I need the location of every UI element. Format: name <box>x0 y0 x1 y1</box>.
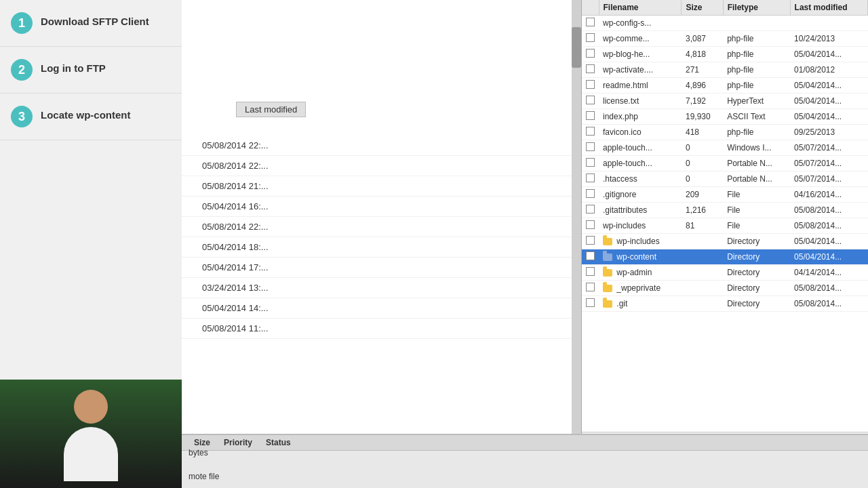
row-checkbox[interactable] <box>582 140 599 156</box>
row-filename[interactable]: .gitignore <box>599 187 682 203</box>
checkbox-icon[interactable] <box>586 33 595 42</box>
row-filename[interactable]: license.txt <box>599 94 682 109</box>
step-1: 1 Download SFTP Client <box>0 0 182 47</box>
checkbox-icon[interactable] <box>586 80 595 89</box>
checkbox-icon[interactable] <box>586 205 595 214</box>
step-3: 3 Locate wp-content <box>0 94 182 140</box>
row-filename[interactable]: wp-admin <box>599 265 682 281</box>
checkbox-icon[interactable] <box>586 174 595 182</box>
row-checkbox[interactable] <box>582 109 599 125</box>
row-checkbox[interactable] <box>582 218 599 234</box>
remote-pane[interactable]: Filename Size Filetype Last modified wp-… <box>582 0 868 434</box>
row-checkbox[interactable] <box>582 171 599 187</box>
checkbox-icon[interactable] <box>586 298 595 307</box>
table-row[interactable]: wp-activate.... 271 php-file 01/08/2012 <box>582 62 868 78</box>
table-row[interactable]: wp-includes 81 File 05/08/2014... <box>582 218 868 234</box>
checkbox-icon[interactable] <box>586 236 595 245</box>
checkbox-icon[interactable] <box>586 267 595 276</box>
row-filename[interactable]: favicon.ico <box>599 125 682 140</box>
row-checkbox[interactable] <box>582 234 599 249</box>
col-filetype[interactable]: Filetype <box>723 0 790 16</box>
row-checkbox[interactable] <box>582 156 599 171</box>
file-table: Filename Size Filetype Last modified wp-… <box>582 0 868 312</box>
table-row[interactable]: apple-touch... 0 Windows I... 05/07/2014… <box>582 140 868 156</box>
row-filename[interactable]: wp-comme... <box>599 31 682 47</box>
row-filetype: Directory <box>723 265 790 281</box>
row-filename[interactable]: wp-includes <box>599 234 682 249</box>
checkbox-icon[interactable] <box>586 96 595 104</box>
row-filename[interactable]: wp-includes <box>599 218 682 234</box>
col-filename[interactable]: Filename <box>599 0 682 16</box>
table-row[interactable]: wp-comme... 3,087 php-file 10/24/2013 <box>582 31 868 47</box>
row-checkbox[interactable] <box>582 78 599 94</box>
table-row[interactable]: apple-touch... 0 Portable N... 05/07/201… <box>582 156 868 171</box>
table-row[interactable]: .htaccess 0 Portable N... 05/07/2014... <box>582 171 868 187</box>
row-filename[interactable]: wp-content <box>599 249 682 265</box>
checkbox-icon[interactable] <box>586 18 595 26</box>
row-filename[interactable]: .htaccess <box>599 171 682 187</box>
table-row[interactable]: favicon.ico 418 php-file 09/25/2013 <box>582 125 868 140</box>
table-row[interactable]: wp-content Directory 05/04/2014... <box>582 249 868 265</box>
col-modified[interactable]: Last modified <box>790 0 867 16</box>
row-modified: 05/04/2014... <box>790 249 867 265</box>
last-modified-header: Last modified <box>236 102 306 117</box>
checkbox-icon[interactable] <box>586 49 595 58</box>
table-row[interactable]: wp-blog-he... 4,818 php-file 05/04/2014.… <box>582 47 868 62</box>
table-row[interactable]: .gitattributes 1,216 File 05/08/2014... <box>582 203 868 218</box>
table-row[interactable]: readme.html 4,896 php-file 05/04/2014... <box>582 78 868 94</box>
row-checkbox[interactable] <box>582 296 599 312</box>
row-checkbox[interactable] <box>582 249 599 265</box>
date-list: 05/08/2014 22:... 05/08/2014 22:... 05/0… <box>182 136 582 339</box>
checkbox-icon[interactable] <box>586 220 595 229</box>
row-filetype: Directory <box>723 249 790 265</box>
col-size[interactable]: Size <box>682 0 723 16</box>
table-row[interactable]: _wpeprivate Directory 05/08/2014... <box>582 281 868 296</box>
row-filename[interactable]: .git <box>599 296 682 312</box>
checkbox-icon[interactable] <box>586 251 595 260</box>
transfer-col-status: Status <box>259 438 298 447</box>
row-filename[interactable]: wp-config-s... <box>599 16 682 31</box>
row-filename[interactable]: index.php <box>599 109 682 125</box>
row-filename[interactable]: apple-touch... <box>599 140 682 156</box>
row-filename[interactable]: readme.html <box>599 78 682 94</box>
row-size <box>682 16 723 31</box>
row-filename[interactable]: _wpeprivate <box>599 281 682 296</box>
row-checkbox[interactable] <box>582 203 599 218</box>
filename-text: wp-blog-he... <box>603 49 650 59</box>
checkbox-icon[interactable] <box>586 142 595 151</box>
row-checkbox[interactable] <box>582 265 599 281</box>
scrollbar[interactable] <box>572 0 581 434</box>
row-modified: 05/04/2014... <box>790 234 867 249</box>
checkbox-icon[interactable] <box>586 158 595 167</box>
step-1-label: Download SFTP Client <box>41 12 149 27</box>
row-checkbox[interactable] <box>582 125 599 140</box>
table-row[interactable]: wp-admin Directory 04/14/2014... <box>582 265 868 281</box>
checkbox-icon[interactable] <box>586 64 595 73</box>
row-checkbox[interactable] <box>582 47 599 62</box>
row-checkbox[interactable] <box>582 94 599 109</box>
table-row[interactable]: .gitignore 209 File 04/16/2014... <box>582 187 868 203</box>
row-checkbox[interactable] <box>582 16 599 31</box>
row-checkbox[interactable] <box>582 187 599 203</box>
row-checkbox[interactable] <box>582 31 599 47</box>
table-row[interactable]: wp-config-s... <box>582 16 868 31</box>
row-filename[interactable]: wp-activate.... <box>599 62 682 78</box>
list-item: 05/08/2014 21:... <box>182 176 582 197</box>
row-filename[interactable]: apple-touch... <box>599 156 682 171</box>
table-row[interactable]: .git Directory 05/08/2014... <box>582 296 868 312</box>
checkbox-icon[interactable] <box>586 189 595 198</box>
row-modified: 05/07/2014... <box>790 140 867 156</box>
local-pane[interactable]: Last modified 05/08/2014 22:... 05/08/20… <box>182 0 582 434</box>
row-checkbox[interactable] <box>582 281 599 296</box>
checkbox-icon[interactable] <box>586 127 595 136</box>
filename-text: apple-touch... <box>603 159 652 168</box>
table-row[interactable]: license.txt 7,192 HyperText 05/04/2014..… <box>582 94 868 109</box>
checkbox-icon[interactable] <box>586 283 595 291</box>
checkbox-icon[interactable] <box>586 111 595 120</box>
row-checkbox[interactable] <box>582 62 599 78</box>
row-filename[interactable]: wp-blog-he... <box>599 47 682 62</box>
scrollbar-thumb[interactable] <box>572 27 581 68</box>
table-row[interactable]: wp-includes Directory 05/04/2014... <box>582 234 868 249</box>
table-row[interactable]: index.php 19,930 ASCII Text 05/04/2014..… <box>582 109 868 125</box>
row-filename[interactable]: .gitattributes <box>599 203 682 218</box>
